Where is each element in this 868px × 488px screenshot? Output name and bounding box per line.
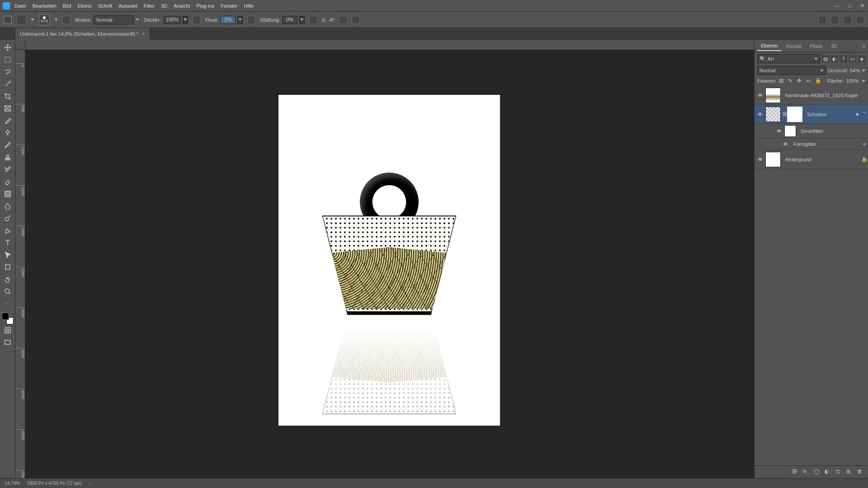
layer-row[interactable]: 👁 Smartfilter: [755, 124, 868, 138]
pressure-size-icon[interactable]: [339, 16, 347, 24]
menu-select[interactable]: Auswahl: [118, 3, 137, 9]
crop-tool-icon[interactable]: [1, 90, 14, 102]
tab-paths[interactable]: Pfade: [806, 42, 826, 51]
hand-tool-icon[interactable]: [1, 273, 14, 285]
home-icon[interactable]: [4, 16, 12, 24]
document-tab[interactable]: Unbenannt-1 bei 14,8% (Schatten, Ebenenm…: [15, 28, 150, 40]
maximize-icon[interactable]: □: [846, 3, 853, 9]
blur-tool-icon[interactable]: [1, 200, 14, 212]
tool-preset-dropdown[interactable]: [31, 19, 34, 21]
flow-dropdown[interactable]: [237, 16, 243, 24]
filter-type-icon[interactable]: T: [840, 55, 847, 62]
filter-name[interactable]: Formgitter: [791, 141, 861, 147]
tab-layers[interactable]: Ebenen: [757, 41, 782, 51]
mask-thumbnail[interactable]: [787, 107, 802, 122]
ruler-origin[interactable]: [15, 40, 25, 50]
delete-layer-icon[interactable]: 🗑: [857, 469, 864, 476]
gradient-tool-icon[interactable]: [1, 188, 14, 200]
brush-panel-icon[interactable]: [62, 16, 71, 24]
minimize-icon[interactable]: —: [834, 3, 840, 9]
opacity-input[interactable]: 100%: [164, 16, 181, 24]
visibility-icon[interactable]: 👁: [755, 112, 765, 117]
foreground-color[interactable]: [2, 313, 9, 320]
lock-all-icon[interactable]: 🔒: [815, 78, 821, 84]
cloud-docs-icon[interactable]: [818, 16, 826, 24]
menu-file[interactable]: Datei: [14, 3, 26, 9]
menu-plugins[interactable]: Plug-ins: [196, 3, 214, 9]
smoothing-dropdown[interactable]: [299, 16, 305, 24]
layer-name[interactable]: handmade-4926872_1920 Kopie: [783, 93, 868, 98]
pressure-opacity-icon[interactable]: [193, 16, 201, 24]
adjustment-layer-icon[interactable]: ◐: [825, 469, 832, 476]
eraser-tool-icon[interactable]: [1, 176, 14, 188]
menu-filter[interactable]: Filter: [144, 3, 155, 9]
screenmode-icon[interactable]: [1, 337, 14, 348]
heal-tool-icon[interactable]: [1, 127, 14, 139]
visibility-icon[interactable]: 👁: [755, 93, 765, 98]
menu-image[interactable]: Bild: [63, 3, 71, 9]
layer-thumbnail[interactable]: [765, 107, 781, 122]
layer-row[interactable]: 👁 ⛓ Schatten ◈ ˄: [755, 105, 868, 124]
lasso-tool-icon[interactable]: [1, 66, 14, 78]
lock-transparency-icon[interactable]: ▨: [779, 78, 785, 84]
new-group-icon[interactable]: 🗀: [835, 469, 843, 476]
visibility-icon[interactable]: 👁: [780, 141, 791, 147]
tab-close-icon[interactable]: ×: [142, 31, 145, 37]
visibility-icon[interactable]: 👁: [774, 128, 784, 134]
filter-adjust-icon[interactable]: ◐: [831, 55, 838, 62]
brush-preview[interactable]: 578: [39, 14, 50, 25]
add-mask-icon[interactable]: ◯: [814, 469, 821, 476]
type-tool-icon[interactable]: [1, 237, 14, 249]
smoothing-input[interactable]: 0%: [282, 16, 297, 24]
pen-tool-icon[interactable]: [1, 225, 14, 236]
link-icon[interactable]: ⛓: [783, 112, 787, 117]
lock-pixels-icon[interactable]: ✎: [788, 78, 794, 84]
filter-smart-icon[interactable]: ◈: [858, 55, 865, 62]
visibility-icon[interactable]: 👁: [755, 157, 765, 162]
share-icon[interactable]: [856, 16, 864, 24]
dodge-tool-icon[interactable]: [1, 212, 14, 224]
doc-info[interactable]: 3300 Px x 4765 Px (72 ppi): [27, 481, 82, 486]
blend-mode-select[interactable]: Normal: [93, 15, 134, 24]
zoom-tool-icon[interactable]: [1, 286, 14, 297]
tab-channels[interactable]: Kanäle: [783, 42, 805, 51]
path-select-icon[interactable]: [1, 249, 14, 261]
menu-window[interactable]: Fenster: [221, 3, 237, 9]
filter-pixel-icon[interactable]: ▨: [822, 55, 829, 62]
canvas[interactable]: [25, 50, 754, 478]
layer-fx-icon[interactable]: fx: [803, 469, 810, 476]
frame-tool-icon[interactable]: [1, 103, 14, 114]
layer-row[interactable]: 👁 Hintergrund 🔒: [755, 150, 868, 169]
close-icon[interactable]: ✕: [859, 3, 865, 9]
filter-mask-thumbnail[interactable]: [784, 125, 796, 137]
workspace-icon[interactable]: [844, 16, 852, 24]
move-tool-icon[interactable]: [1, 42, 14, 53]
history-brush-icon[interactable]: [1, 164, 14, 175]
menu-view[interactable]: Ansicht: [174, 3, 190, 9]
panel-menu-icon[interactable]: ≡: [863, 43, 865, 49]
layer-thumbnail[interactable]: [765, 152, 781, 167]
zoom-level[interactable]: 14,79%: [5, 481, 20, 486]
layer-thumbnail[interactable]: [765, 88, 781, 103]
flow-input[interactable]: 2%: [220, 16, 236, 24]
shape-tool-icon[interactable]: [1, 261, 14, 273]
vertical-ruler[interactable]: 0500100015002000250030003500400045005000: [15, 50, 25, 478]
layer-blend-select[interactable]: Normal: [757, 66, 826, 75]
menu-edit[interactable]: Bearbeiten: [33, 3, 57, 9]
current-tool-icon[interactable]: [16, 15, 26, 25]
wand-tool-icon[interactable]: [1, 78, 14, 90]
symmetry-icon[interactable]: [352, 16, 360, 24]
new-layer-icon[interactable]: ⊞: [846, 469, 854, 476]
opacity-dropdown[interactable]: [183, 16, 188, 24]
marquee-tool-icon[interactable]: [1, 54, 14, 66]
brush-tool-icon[interactable]: [1, 139, 14, 151]
edit-toolbar-icon[interactable]: ⋯: [1, 298, 14, 310]
smoothing-options-icon[interactable]: [309, 16, 317, 24]
layer-name[interactable]: Schatten: [804, 112, 854, 117]
layer-filter-select[interactable]: 🔍 Art: [757, 54, 820, 63]
eyedropper-tool-icon[interactable]: [1, 115, 14, 127]
lock-icon[interactable]: 🔒: [861, 156, 868, 162]
angle-value[interactable]: -4°: [328, 17, 335, 23]
brush-picker-dropdown[interactable]: [54, 19, 58, 21]
filter-shape-icon[interactable]: ▭: [849, 55, 856, 62]
